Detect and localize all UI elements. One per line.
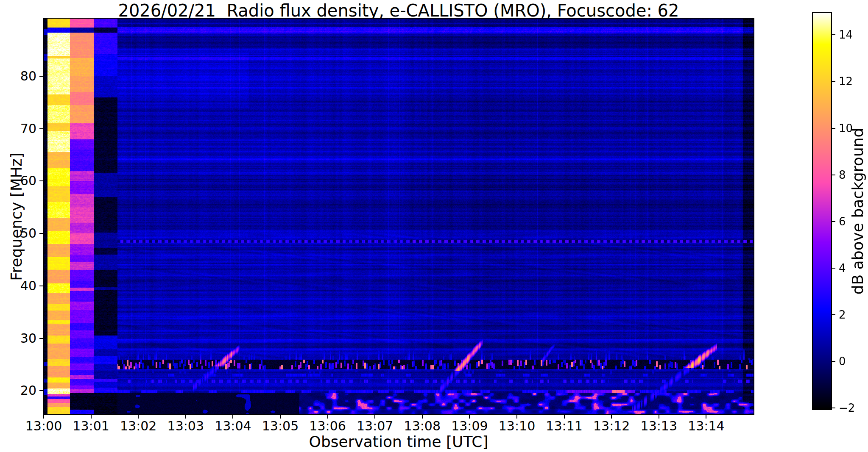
x-tick-mark: [659, 415, 659, 419]
colorbar-axis-label: dB above background: [849, 122, 866, 300]
x-tick-mark: [91, 415, 92, 419]
y-tick-label: 30: [0, 331, 36, 346]
y-tick-mark: [39, 128, 43, 129]
colorbar-tick-label: 12: [839, 75, 868, 88]
x-tick-mark: [185, 415, 186, 419]
x-tick-mark: [469, 415, 470, 419]
x-tick-mark: [327, 415, 328, 419]
y-tick-mark: [39, 286, 43, 286]
x-tick-mark: [516, 415, 517, 419]
x-axis-label: Observation time [UTC]: [144, 433, 653, 450]
x-tick-mark: [374, 415, 375, 419]
y-tick-label: 20: [0, 383, 36, 398]
x-tick-mark: [280, 415, 281, 419]
y-tick-label: 80: [0, 69, 36, 84]
colorbar-tick-mark: [832, 408, 835, 408]
y-tick-mark: [39, 233, 43, 234]
colorbar-tick-mark: [832, 361, 835, 362]
x-tick-mark: [232, 415, 233, 419]
spectrogram-canvas: [44, 19, 754, 414]
colorbar-canvas: [813, 13, 831, 409]
x-tick-mark: [564, 415, 565, 419]
y-tick-mark: [39, 338, 43, 339]
y-axis-label: Frequency [MHz]: [8, 128, 25, 306]
colorbar-tick-label: 14: [839, 28, 868, 41]
colorbar-tick-label: 0: [839, 355, 868, 368]
x-tick-mark: [706, 415, 706, 419]
colorbar-tick-label: 2: [839, 308, 868, 321]
x-tick-mark: [138, 415, 139, 419]
y-tick-mark: [39, 180, 43, 181]
colorbar-tick-mark: [832, 314, 835, 315]
colorbar-tick-mark: [832, 34, 835, 35]
spectrogram-figure: 2026/02/21 Radio flux density, e-CALLIST…: [0, 0, 868, 452]
colorbar-tick-mark: [832, 268, 835, 269]
x-tick-mark: [422, 415, 423, 419]
colorbar-tick-mark: [832, 175, 835, 175]
colorbar-tick-mark: [832, 81, 835, 82]
colorbar-tick-mark: [832, 221, 835, 222]
x-tick-mark: [611, 415, 612, 419]
x-tick-mark: [43, 415, 44, 419]
colorbar-tick-label: −2: [839, 402, 868, 414]
x-tick-label: 13:14: [676, 419, 736, 433]
colorbar-tick-mark: [832, 128, 835, 129]
y-tick-mark: [39, 76, 43, 77]
y-tick-mark: [39, 390, 43, 391]
chart-title: 2026/02/21 Radio flux density, e-CALLIST…: [59, 1, 738, 20]
